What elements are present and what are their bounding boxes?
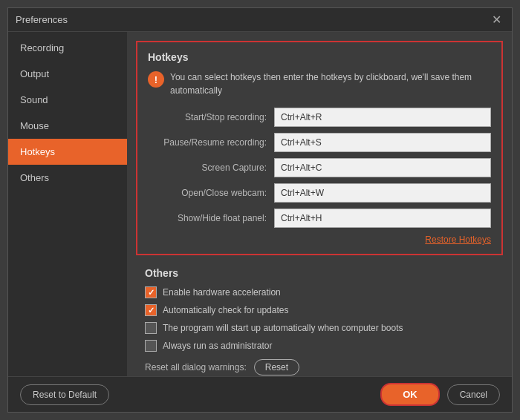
reset-default-button[interactable]: Reset to Default <box>20 384 109 405</box>
restore-link-container: Restore Hotkeys <box>148 234 491 245</box>
reset-dialog-button[interactable]: Reset <box>254 359 299 375</box>
checkbox-label-startup: The program will start up automatically … <box>163 323 403 333</box>
checkbox-admin[interactable] <box>145 340 157 352</box>
hotkey-label-float-panel: Show/Hide float panel: <box>148 213 274 223</box>
preferences-dialog: Preferences ✕ RecordingOutputSoundMouseH… <box>7 7 513 413</box>
sidebar-item-recording[interactable]: Recording <box>8 35 127 61</box>
ok-button[interactable]: OK <box>380 383 440 406</box>
hotkey-row-start-stop: Start/Stop recording: <box>148 108 491 127</box>
hotkey-row-pause-resume: Pause/Resume recording: <box>148 133 491 152</box>
info-text: You can select hotkeys then enter the ho… <box>170 70 491 97</box>
hotkey-input-start-stop[interactable] <box>274 108 491 127</box>
checkbox-startup[interactable] <box>145 322 157 334</box>
hotkeys-section: Hotkeys ! You can select hotkeys then en… <box>136 41 503 255</box>
hotkey-label-start-stop: Start/Stop recording: <box>148 112 274 122</box>
bottom-right-buttons: OK Cancel <box>380 383 500 406</box>
sidebar-item-output[interactable]: Output <box>8 61 127 87</box>
sidebar-item-sound[interactable]: Sound <box>8 87 127 113</box>
warning-icon: ! <box>148 71 164 88</box>
dialog-body: RecordingOutputSoundMouseHotkeysOthers H… <box>8 32 512 376</box>
hotkey-input-screen-capture[interactable] <box>274 158 491 177</box>
hotkey-input-pause-resume[interactable] <box>274 133 491 152</box>
sidebar-item-hotkeys[interactable]: Hotkeys <box>8 139 127 165</box>
hotkey-row-webcam: Open/Close webcam: <box>148 183 491 203</box>
hotkey-label-screen-capture: Screen Capture: <box>148 163 274 173</box>
main-content: Hotkeys ! You can select hotkeys then en… <box>127 32 512 376</box>
checkbox-updates[interactable]: ✓ <box>145 304 157 316</box>
reset-dialog-label: Reset all dialog warnings: <box>145 362 247 373</box>
sidebar-item-mouse[interactable]: Mouse <box>8 113 127 139</box>
hotkey-label-webcam: Open/Close webcam: <box>148 188 274 198</box>
hotkey-row-float-panel: Show/Hide float panel: <box>148 209 491 228</box>
title-bar: Preferences ✕ <box>8 8 512 32</box>
cancel-button[interactable]: Cancel <box>447 384 500 405</box>
hotkey-input-webcam[interactable] <box>274 183 491 203</box>
checkbox-row-startup: The program will start up automatically … <box>145 322 494 334</box>
checkbox-row-admin: Always run as administrator <box>145 340 494 352</box>
others-title: Others <box>145 267 494 279</box>
hotkey-input-float-panel[interactable] <box>274 209 491 228</box>
checkbox-row-updates: ✓ Automatically check for updates <box>145 304 494 316</box>
restore-hotkeys-link[interactable]: Restore Hotkeys <box>425 234 491 245</box>
sidebar-item-others[interactable]: Others <box>8 165 127 191</box>
sidebar: RecordingOutputSoundMouseHotkeysOthers <box>8 32 127 376</box>
checkbox-hardware[interactable]: ✓ <box>145 286 157 298</box>
hotkey-row-screen-capture: Screen Capture: <box>148 158 491 177</box>
info-box: ! You can select hotkeys then enter the … <box>148 70 491 97</box>
hotkey-label-pause-resume: Pause/Resume recording: <box>148 137 274 148</box>
hotkeys-title: Hotkeys <box>148 51 491 63</box>
checkbox-row-hardware: ✓ Enable hardware acceleration <box>145 286 494 298</box>
checkbox-label-admin: Always run as administrator <box>163 341 272 351</box>
checkbox-label-hardware: Enable hardware acceleration <box>163 287 281 298</box>
checkbox-label-updates: Automatically check for updates <box>163 305 288 315</box>
reset-dialog-row: Reset all dialog warnings: Reset <box>145 359 494 375</box>
close-button[interactable]: ✕ <box>488 12 504 28</box>
others-section: Others ✓ Enable hardware acceleration ✓ … <box>127 261 512 376</box>
bottom-bar: Reset to Default OK Cancel <box>8 376 512 412</box>
dialog-title: Preferences <box>16 14 68 25</box>
